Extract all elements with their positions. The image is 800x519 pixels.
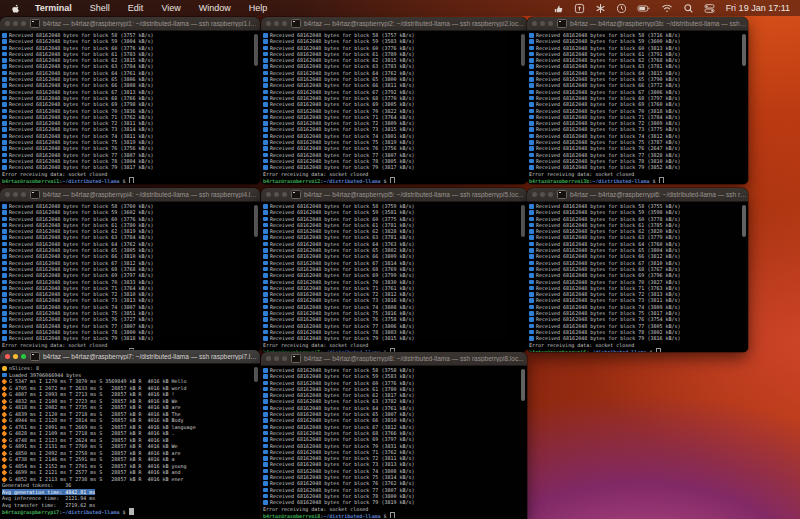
fast-forward-icon xyxy=(263,488,268,493)
log-text: Received 68162048 bytes for block 63 (37… xyxy=(536,63,681,69)
terminal-body[interactable]: Received 68162048 bytes for block 58 (37… xyxy=(261,202,527,352)
zoom-button[interactable] xyxy=(21,354,26,359)
minimize-button[interactable] xyxy=(274,192,279,197)
scrollbar-thumb[interactable] xyxy=(254,205,258,237)
window-titlebar[interactable]: b4rtaz — b4rtaz@raspberrypi7: ~/distribu… xyxy=(0,350,260,364)
close-button[interactable] xyxy=(266,21,271,26)
clock-icon[interactable] xyxy=(611,3,632,14)
zoom-button[interactable] xyxy=(21,21,26,26)
terminal-body[interactable]: Received 68162048 bytes for block 58 (37… xyxy=(261,366,527,519)
log-text: Received 68162048 bytes for block 77 (38… xyxy=(9,323,154,329)
window-controls xyxy=(0,192,30,197)
fast-forward-icon xyxy=(2,242,7,247)
log-text: Received 68162048 bytes for block 61 (37… xyxy=(9,222,154,228)
fast-forward-icon xyxy=(2,223,7,228)
prompt-user-host: b4rtaz@raspberrypi2 xyxy=(263,178,320,183)
scrollbar-thumb[interactable] xyxy=(742,34,746,66)
close-button[interactable] xyxy=(5,354,10,359)
log-text: Generated tokens: 36 xyxy=(2,482,71,488)
minimize-button[interactable] xyxy=(13,21,18,26)
fast-forward-icon xyxy=(263,39,268,44)
scrollbar-thumb[interactable] xyxy=(521,34,525,66)
terminal-proxy-icon xyxy=(291,19,301,28)
zoom-button[interactable] xyxy=(282,21,287,26)
zoom-button[interactable] xyxy=(21,192,26,197)
fast-forward-icon xyxy=(263,58,268,63)
menu-window[interactable]: Window xyxy=(190,3,240,13)
prompt-dollar: $ xyxy=(646,349,655,352)
control-center-icon[interactable] xyxy=(699,3,720,14)
close-button[interactable] xyxy=(5,21,10,26)
minimize-button[interactable] xyxy=(540,192,545,197)
window-titlebar[interactable]: b4rtaz — b4rtaz@raspberrypi6: ~/distribu… xyxy=(527,188,748,202)
terminal-body[interactable]: Received 68162048 bytes for block 58 (37… xyxy=(261,31,527,184)
terminal-body[interactable]: Received 68162048 bytes for block 58 (37… xyxy=(527,202,748,352)
fast-forward-icon xyxy=(2,102,7,107)
log-text: Received 68162048 bytes for block 70 (38… xyxy=(270,279,415,285)
fast-forward-icon xyxy=(529,90,534,95)
minimize-button[interactable] xyxy=(540,21,545,26)
fan-icon[interactable] xyxy=(590,3,611,14)
menu-bar-clock[interactable]: Fri 19 Jan 17:11 xyxy=(720,3,800,13)
terminal-body[interactable]: Received 68162048 bytes for block 58 (37… xyxy=(0,31,260,184)
battery-icon[interactable] xyxy=(632,3,656,14)
fast-forward-icon xyxy=(529,280,534,285)
menu-shell[interactable]: Shell xyxy=(81,3,119,13)
menu-edit[interactable]: Edit xyxy=(119,3,153,13)
zoom-button[interactable] xyxy=(548,21,553,26)
scrollbar-thumb[interactable] xyxy=(254,34,258,66)
fast-forward-icon xyxy=(2,324,7,329)
scrollbar-thumb[interactable] xyxy=(521,369,525,401)
prompt-path: ~/distributed-llama xyxy=(62,509,119,514)
fast-forward-icon xyxy=(2,153,7,158)
terminal-body[interactable]: nSlices: 8Loaded 39706066944 bytesG 5347… xyxy=(0,364,260,519)
fast-forward-icon xyxy=(529,242,534,247)
scrollbar-thumb[interactable] xyxy=(254,367,258,382)
fast-forward-icon xyxy=(263,336,268,341)
window-titlebar[interactable]: b4rtaz — b4rtaz@raspberrypi5: ~/distribu… xyxy=(261,188,527,202)
terminal-body[interactable]: Received 68162048 bytes for block 58 (37… xyxy=(0,202,260,352)
log-text: Received 68162048 bytes for block 63 (37… xyxy=(9,234,154,240)
fast-forward-icon xyxy=(263,500,268,505)
menu-view[interactable]: View xyxy=(152,3,189,13)
orange-diamond-icon xyxy=(2,431,7,436)
zoom-button[interactable] xyxy=(548,192,553,197)
close-button[interactable] xyxy=(266,192,271,197)
minimize-button[interactable] xyxy=(274,356,279,361)
zoom-button[interactable] xyxy=(282,356,287,361)
terminal-body[interactable]: Received 68162048 bytes for block 58 (37… xyxy=(527,31,748,184)
window-titlebar[interactable]: b4rtaz — b4rtaz@raspberrypi4: ~/distribu… xyxy=(0,188,260,202)
log-text: Received 68162048 bytes for block 60 (37… xyxy=(9,45,154,51)
scrollbar-thumb[interactable] xyxy=(742,205,746,237)
window-controls xyxy=(0,354,30,359)
log-text: Received 68162048 bytes for block 78 (38… xyxy=(270,158,415,164)
log-text: Received 68162048 bytes for block 68 (37… xyxy=(270,266,415,272)
log-text: Received 68162048 bytes for block 67 (38… xyxy=(536,89,681,95)
close-button[interactable] xyxy=(5,192,10,197)
window-titlebar[interactable]: b4rtaz — b4rtaz@raspberrypi3b: ~/distrib… xyxy=(527,17,748,31)
wifi-icon[interactable] xyxy=(656,3,678,14)
minimize-button[interactable] xyxy=(13,354,18,359)
hand-icon[interactable] xyxy=(548,3,569,14)
window-titlebar[interactable]: b4rtaz — b4rtaz@raspberrypi8: ~/distribu… xyxy=(261,352,527,366)
apple-menu-icon[interactable] xyxy=(0,3,26,14)
log-text: Received 68162048 bytes for block 62 (37… xyxy=(536,57,681,63)
scrollbar-thumb[interactable] xyxy=(521,205,525,237)
zoom-button[interactable] xyxy=(282,192,287,197)
minimize-button[interactable] xyxy=(274,21,279,26)
selected-text: Avg generation time: 4842.81 ms xyxy=(2,489,95,495)
window-titlebar[interactable]: b4rtaz — b4rtaz@raspberrypi2: ~/distribu… xyxy=(261,17,527,31)
spotlight-search-icon[interactable] xyxy=(678,3,699,14)
close-button[interactable] xyxy=(266,356,271,361)
window-titlebar[interactable]: b4rtaz — b4rtaz@raspberrypi1: ~/distribu… xyxy=(0,17,260,31)
fast-forward-icon xyxy=(2,96,7,101)
close-button[interactable] xyxy=(532,21,537,26)
menu-terminal[interactable]: Terminal xyxy=(26,3,81,13)
window-title: b4rtaz — b4rtaz@raspberrypi5: ~/distribu… xyxy=(304,191,524,198)
log-text: Received 68162048 bytes for block 69 (37… xyxy=(270,436,415,442)
fast-forward-icon xyxy=(2,229,7,234)
shield-icon[interactable] xyxy=(569,3,590,14)
close-button[interactable] xyxy=(532,192,537,197)
minimize-button[interactable] xyxy=(13,192,18,197)
menu-help[interactable]: Help xyxy=(240,3,277,13)
